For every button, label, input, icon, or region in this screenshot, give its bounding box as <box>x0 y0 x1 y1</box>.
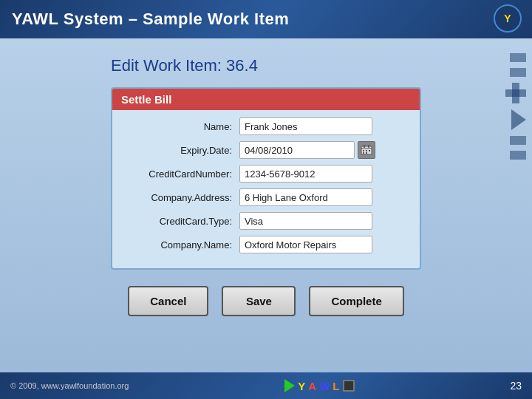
header: YAWL System – Sample Work Item Y <box>0 0 532 38</box>
field-row-ccnumber: CreditCardNumber: <box>121 165 411 183</box>
form-body: Name: Expiry.Date: <box>112 117 420 253</box>
form-panel-title: Settle Bill <box>112 89 420 110</box>
button-row: Cancel Save Complete <box>128 286 404 316</box>
field-row-companyname: Company.Name: <box>121 236 411 253</box>
edit-work-item-title: Edit Work Item: 36.4 <box>0 56 258 75</box>
deco-rect-4 <box>510 151 526 160</box>
cancel-button[interactable]: Cancel <box>128 286 208 316</box>
footer-letter-a: A <box>308 380 316 392</box>
field-row-cctype: CreditCard.Type: <box>121 212 411 230</box>
deco-plus-v <box>512 83 519 103</box>
svg-rect-7 <box>366 150 367 151</box>
footer-letter-w: W <box>319 380 330 392</box>
footer-page-number: 23 <box>510 380 522 392</box>
side-decoration <box>505 53 526 160</box>
deco-rect-2 <box>510 68 526 77</box>
field-row-address: Company.Address: <box>121 188 411 206</box>
svg-rect-5 <box>368 145 369 148</box>
footer-letter-y: Y <box>298 380 305 392</box>
complete-button[interactable]: Complete <box>309 286 403 316</box>
label-ccnumber: CreditCardNumber: <box>121 168 239 180</box>
label-cctype: CreditCard.Type: <box>121 216 239 227</box>
field-row-expiry: Expiry.Date: <box>121 141 411 159</box>
label-companyname: Company.Name: <box>121 239 239 250</box>
footer-copyright: © 2009, www.yawlfoundation.org <box>10 381 129 390</box>
svg-rect-10 <box>366 152 367 154</box>
footer-logo-group: Y A W L <box>284 379 354 392</box>
input-name[interactable] <box>239 117 372 135</box>
deco-rect-3 <box>510 136 526 145</box>
svg-rect-6 <box>363 150 364 151</box>
input-expiry[interactable] <box>239 141 355 159</box>
svg-rect-4 <box>364 145 365 148</box>
footer: © 2009, www.yawlfoundation.org Y A W L 2… <box>0 372 532 399</box>
label-expiry: Expiry.Date: <box>121 145 239 156</box>
input-companyname[interactable] <box>239 236 372 253</box>
calendar-icon[interactable] <box>358 141 375 159</box>
label-address: Company.Address: <box>121 192 239 203</box>
deco-rect-1 <box>510 53 526 62</box>
form-panel: Settle Bill Name: Expiry.Date: <box>111 87 421 270</box>
main-area: Edit Work Item: 36.4 Settle Bill Name: E… <box>0 38 532 399</box>
deco-plus <box>505 83 526 103</box>
input-cctype[interactable] <box>239 212 372 230</box>
field-row-name: Name: <box>121 117 411 135</box>
input-ccnumber[interactable] <box>239 165 372 183</box>
header-title: YAWL System – Sample Work Item <box>12 10 289 29</box>
label-name: Name: <box>121 121 239 132</box>
input-address[interactable] <box>239 188 372 206</box>
footer-play-icon <box>284 379 295 392</box>
expiry-date-wrap <box>239 141 375 159</box>
footer-letter-l: L <box>332 380 339 392</box>
header-logo: Y <box>494 4 522 33</box>
footer-stop-icon <box>343 380 355 392</box>
svg-rect-9 <box>363 152 364 154</box>
svg-rect-8 <box>369 150 370 151</box>
svg-text:Y: Y <box>504 13 511 24</box>
save-button[interactable]: Save <box>222 286 296 316</box>
deco-arrow-right <box>511 109 526 130</box>
